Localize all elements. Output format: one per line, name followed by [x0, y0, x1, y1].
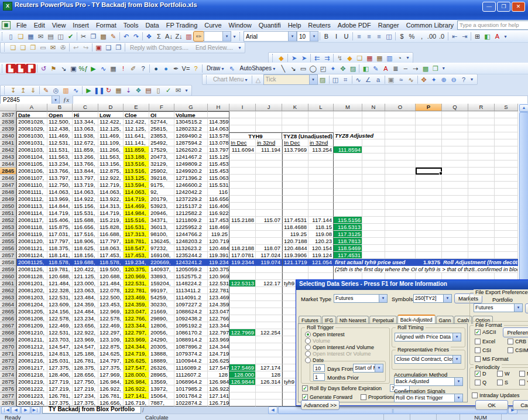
draw-menu-button[interactable]: Draw ▾: [204, 64, 227, 73]
zoom-out-icon[interactable]: ⊖: [449, 75, 459, 84]
folder-new-icon[interactable]: ❏: [8, 43, 18, 52]
cell-L2837[interactable]: [308, 111, 334, 118]
cell-E2860[interactable]: 120.969,: [124, 273, 149, 280]
email-icon[interactable]: ✉: [36, 32, 46, 41]
shape-font-color-icon[interactable]: A: [380, 64, 390, 73]
cell-C2840[interactable]: 111.938,: [73, 132, 98, 139]
cell-H2871[interactable]: 124.719: [208, 350, 229, 357]
cell-D2861[interactable]: 121.484,: [98, 280, 124, 287]
cell-G2869[interactable]: 1088914.2: [174, 336, 208, 343]
cell-A2878[interactable]: 20081224,: [16, 399, 47, 407]
periodicity-q-checkbox[interactable]: Q: [475, 380, 486, 385]
cell-O2845[interactable]: [385, 168, 416, 175]
cell-P2852[interactable]: [416, 217, 442, 224]
toolbar-options-chevron-icon[interactable]: ▾: [469, 77, 475, 82]
cell-F2837[interactable]: OI: [149, 111, 174, 118]
cell-F2852[interactable]: 34371,: [149, 217, 174, 224]
minimize-window-icon[interactable]: —: [482, 2, 496, 12]
cell-D2876[interactable]: 126.922,: [98, 385, 124, 392]
cell-J2865[interactable]: [256, 308, 282, 315]
line-shape-icon[interactable]: ╲: [278, 64, 288, 73]
cell-H2842[interactable]: 113.797: [208, 146, 229, 153]
cell-H2858[interactable]: 119.234: [208, 259, 229, 266]
cell-H2837[interactable]: [208, 111, 229, 118]
cell-G2867[interactable]: 1095192.2: [174, 322, 208, 329]
cell-S2841[interactable]: [495, 139, 518, 146]
cell-P2848[interactable]: [416, 189, 442, 196]
row-header-2838[interactable]: 2838: [0, 118, 16, 125]
row-header-2866[interactable]: 2866: [0, 315, 16, 322]
cell-C2850[interactable]: 115.156,: [73, 203, 98, 210]
cell-C2876[interactable]: 127.219,: [73, 385, 98, 392]
cell-Q2843[interactable]: [442, 153, 468, 161]
menu-item-file[interactable]: File: [13, 21, 30, 30]
nav-forward-2-icon[interactable]: ➤: [299, 53, 309, 63]
cell-A2851[interactable]: 20081114,: [16, 210, 47, 217]
cell-E2858[interactable]: 119.234,: [124, 259, 149, 266]
tab-futures[interactable]: Futures: [299, 316, 321, 324]
cell-H2877[interactable]: 127.141: [208, 392, 229, 399]
cell-D2862[interactable]: 122.078,: [98, 287, 124, 294]
cell-C2839[interactable]: 113.063,: [73, 125, 98, 132]
cell-Q2854[interactable]: [442, 231, 468, 238]
download-purple-icon[interactable]: ⇣: [124, 86, 133, 95]
row-header-2841[interactable]: 2841: [0, 139, 16, 146]
cell-F2878[interactable]: 7887,: [149, 399, 174, 407]
cell-L2846[interactable]: [308, 175, 334, 182]
cell-F2845[interactable]: 25902,: [149, 168, 174, 175]
cell-E2870[interactable]: 124.344,: [124, 343, 149, 350]
insert-hyperlink-icon[interactable]: ❖: [144, 32, 154, 41]
cell-M2839[interactable]: [334, 125, 362, 132]
cell-D2867[interactable]: 122.469,: [98, 322, 124, 329]
cell-A2856[interactable]: 20081121,: [16, 245, 47, 252]
cell-G2840[interactable]: 1269490.2: [174, 132, 208, 139]
cell-R2837[interactable]: [468, 111, 495, 118]
cell-J2838[interactable]: [256, 118, 282, 125]
cell-C2846[interactable]: 113.797,: [73, 175, 98, 182]
cell-G2848[interactable]: 1242042.2: [174, 189, 208, 196]
cell-J2874[interactable]: 128: [256, 371, 282, 378]
cell-G2858[interactable]: 1243241.2: [174, 259, 208, 266]
confirmation-signals-select[interactable]: Roll On First Trigger▼: [394, 394, 463, 402]
refresh-icon[interactable]: ↻: [104, 86, 114, 95]
cell-H2872[interactable]: 126.625: [208, 357, 229, 364]
dropdown-arrow-icon[interactable]: ▾: [309, 75, 317, 84]
cell-E2877[interactable]: 127.141,: [124, 392, 149, 399]
cell-R2856[interactable]: [468, 245, 495, 252]
cell-K2850[interactable]: [282, 203, 308, 210]
cell-J2852[interactable]: 115.07: [256, 217, 282, 224]
angle-tool-icon[interactable]: ∠: [364, 75, 373, 84]
cell-B2839[interactable]: 112.438,: [47, 125, 73, 132]
toolbar-options-chevron-icon[interactable]: ▾: [236, 45, 243, 50]
row-header-2877[interactable]: 2877: [0, 392, 16, 399]
cell-M2856[interactable]: 118.5469: [334, 245, 362, 252]
cell-B2857[interactable]: 118.141,: [47, 252, 73, 259]
cell-G2839[interactable]: 1280232.2: [174, 125, 208, 132]
cell-B2847[interactable]: 112.750,: [47, 182, 73, 189]
clock-icon[interactable]: ◔: [395, 53, 404, 63]
cell-F2877[interactable]: 15064,: [149, 392, 174, 399]
menu-item-insert[interactable]: Insert: [69, 21, 92, 30]
csi-checkbox[interactable]: CSI: [475, 347, 491, 353]
cell-N2851[interactable]: [362, 210, 385, 217]
cell-S2857[interactable]: [495, 252, 518, 259]
cell-E2876[interactable]: 126.922,: [124, 385, 149, 392]
menu-item-curve[interactable]: Curve: [201, 21, 225, 30]
cell-B2842[interactable]: 111.531,: [47, 146, 73, 153]
pushpin-icon[interactable]: ✦: [429, 75, 439, 84]
row-header-2860[interactable]: 2860: [0, 273, 16, 280]
cell-G2852[interactable]: 1211809.2: [174, 217, 208, 224]
cell-H2865[interactable]: 123.047: [208, 308, 229, 315]
cell-H2851[interactable]: 116.922: [208, 210, 229, 217]
cell-N2847[interactable]: [362, 182, 385, 189]
cell-D2871[interactable]: 124.625,: [98, 350, 124, 357]
cell-M2855[interactable]: 118.7813: [334, 238, 362, 245]
dropdown-arrow-icon[interactable]: ▼: [379, 295, 387, 302]
cell-G2842[interactable]: 1262620.2: [174, 146, 208, 153]
cell-D2865[interactable]: 122.969,: [98, 308, 124, 315]
cell-R2844[interactable]: [468, 161, 495, 168]
cell-C2873[interactable]: 128.375,: [73, 364, 98, 371]
cell-N2857[interactable]: [362, 252, 385, 259]
cell-K2854[interactable]: 119.25: [282, 231, 308, 238]
cell-E2850[interactable]: 114.469,: [124, 203, 149, 210]
